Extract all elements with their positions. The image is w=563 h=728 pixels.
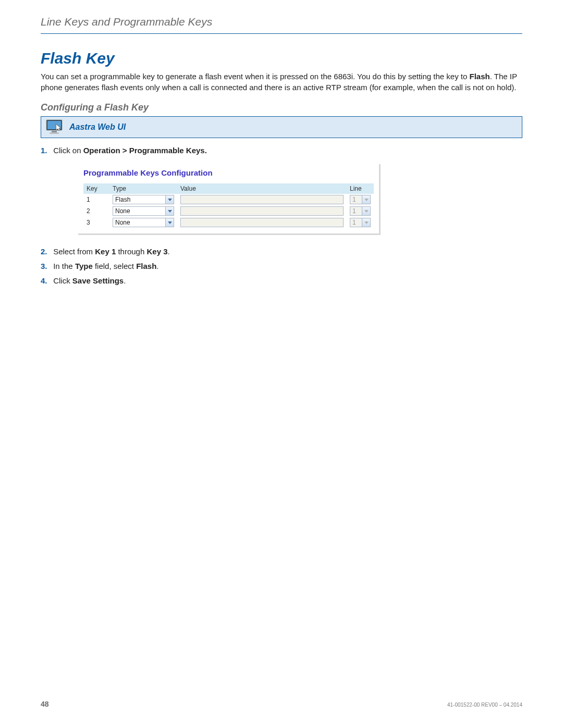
line-dropdown: 1 (350, 218, 371, 227)
step-bold: Save Settings (72, 276, 124, 285)
type-dropdown[interactable]: None (113, 218, 174, 227)
line-dropdown: 1 (350, 206, 371, 216)
intro-paragraph: You can set a programmable key to genera… (41, 71, 522, 93)
svg-rect-3 (50, 132, 59, 134)
page-header-breadcrumb: Line Keys and Programmable Keys (41, 16, 522, 34)
th-type: Type (109, 183, 177, 194)
step-item: 4. Click Save Settings. (41, 275, 522, 287)
chevron-down-icon[interactable] (165, 218, 174, 227)
step-text: In the (53, 262, 75, 270)
step-number: 1. (41, 144, 51, 157)
table-header-row: Key Type Value Line (83, 183, 374, 194)
step-number: 3. (41, 260, 51, 273)
step-item: 3. In the Type field, select Flash. (41, 260, 522, 273)
svg-rect-2 (52, 131, 57, 132)
dropdown-value: Flash (113, 195, 165, 204)
dropdown-value: None (113, 207, 165, 215)
section-title: Flash Key (41, 50, 522, 67)
table-row: 1 Flash 1 (83, 194, 374, 205)
subsection-title: Configuring a Flash Key (41, 102, 522, 113)
config-title: Programmable Keys Configuration (83, 168, 374, 177)
step-item: 2. Select from Key 1 through Key 3. (41, 245, 522, 258)
step-bold: Key 1 (95, 247, 116, 256)
value-input[interactable] (180, 218, 344, 227)
th-key: Key (83, 183, 109, 194)
config-table: Key Type Value Line 1 Flash (83, 183, 374, 228)
step-text: . (124, 276, 126, 285)
value-input[interactable] (180, 195, 344, 204)
step-bold: Flash (136, 262, 156, 270)
line-dropdown: 1 (350, 195, 371, 204)
chevron-down-icon[interactable] (165, 195, 174, 204)
step-text: . (156, 262, 158, 270)
value-input[interactable] (180, 206, 344, 216)
document-id: 41-001522-00 REV00 – 04.2014 (447, 702, 522, 708)
dropdown-value: 1 (350, 195, 362, 204)
cell-key: 2 (83, 205, 109, 217)
web-ui-label: Aastra Web UI (69, 122, 126, 132)
dropdown-value: 1 (350, 218, 362, 227)
step-bold: Type (75, 262, 93, 270)
intro-text-bold: Flash (469, 72, 489, 81)
step-text: Select from (53, 247, 95, 256)
monitor-icon (45, 119, 64, 135)
step-text: Click on (53, 146, 83, 155)
dropdown-value: 1 (350, 207, 362, 215)
step-item: 1. Click on Operation > Programmable Key… (41, 144, 522, 157)
step-list: 2. Select from Key 1 through Key 3. 3. I… (41, 245, 522, 287)
cell-key: 3 (83, 217, 109, 228)
chevron-down-icon (362, 207, 370, 215)
step-text: field, select (93, 262, 136, 270)
chevron-down-icon (362, 218, 370, 227)
chevron-down-icon[interactable] (165, 207, 174, 215)
intro-text-pre: You can set a programmable key to genera… (41, 72, 469, 81)
chevron-down-icon (362, 195, 370, 204)
step-number: 2. (41, 245, 51, 258)
th-line: Line (347, 183, 374, 194)
page-number: 48 (41, 700, 49, 708)
step-text: through (116, 247, 146, 256)
page-footer: 48 41-001522-00 REV00 – 04.2014 (41, 700, 522, 708)
table-row: 3 None 1 (83, 217, 374, 228)
dropdown-value: None (113, 218, 165, 227)
step-bold: Key 3 (146, 247, 167, 256)
th-value: Value (177, 183, 347, 194)
step-number: 4. (41, 275, 51, 287)
type-dropdown[interactable]: None (113, 206, 174, 216)
step-text: . (167, 247, 169, 256)
config-screenshot: Programmable Keys Configuration Key Type… (78, 164, 381, 235)
table-row: 2 None 1 (83, 205, 374, 217)
step-bold: Operation > Programmable Keys. (83, 146, 207, 155)
step-list: 1. Click on Operation > Programmable Key… (41, 144, 522, 157)
web-ui-banner: Aastra Web UI (41, 116, 522, 138)
type-dropdown[interactable]: Flash (113, 195, 174, 204)
cell-key: 1 (83, 194, 109, 205)
step-text: Click (53, 276, 72, 285)
